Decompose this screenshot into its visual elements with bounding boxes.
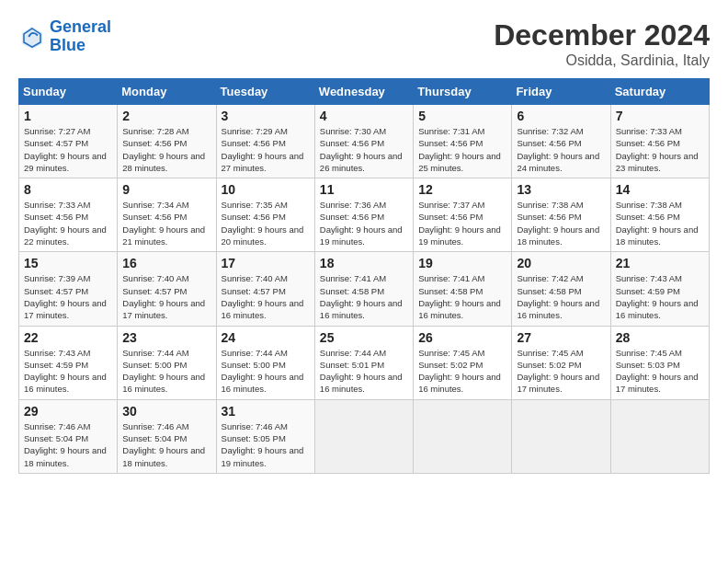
day-info: Sunrise: 7:31 AMSunset: 4:56 PMDaylight:… [418, 125, 506, 174]
day-number: 2 [122, 109, 210, 123]
col-thursday: Thursday [414, 79, 512, 105]
calendar-cell: 21Sunrise: 7:43 AMSunset: 4:59 PMDayligh… [610, 252, 709, 326]
calendar-cell: 4Sunrise: 7:30 AMSunset: 4:56 PMDaylight… [314, 105, 413, 178]
day-number: 23 [122, 330, 210, 345]
calendar-cell: 6Sunrise: 7:32 AMSunset: 4:56 PMDaylight… [512, 105, 610, 178]
calendar-cell: 3Sunrise: 7:29 AMSunset: 4:56 PMDaylight… [216, 105, 314, 178]
calendar-cell [610, 399, 709, 473]
calendar-cell: 7Sunrise: 7:33 AMSunset: 4:56 PMDaylight… [610, 105, 709, 178]
day-number: 5 [418, 109, 506, 123]
day-info: Sunrise: 7:46 AMSunset: 5:05 PMDaylight:… [222, 420, 310, 469]
day-number: 12 [418, 182, 506, 197]
logo-icon [18, 23, 46, 51]
calendar-cell: 22Sunrise: 7:43 AMSunset: 4:59 PMDayligh… [19, 326, 118, 399]
header-row: Sunday Monday Tuesday Wednesday Thursday… [19, 79, 710, 105]
col-wednesday: Wednesday [314, 79, 413, 105]
day-info: Sunrise: 7:44 AMSunset: 5:01 PMDaylight:… [320, 347, 408, 396]
day-number: 24 [222, 330, 310, 345]
calendar-row-4: 22Sunrise: 7:43 AMSunset: 4:59 PMDayligh… [19, 326, 710, 399]
calendar-cell: 13Sunrise: 7:38 AMSunset: 4:56 PMDayligh… [512, 178, 610, 252]
day-number: 1 [24, 109, 112, 123]
calendar-cell: 5Sunrise: 7:31 AMSunset: 4:56 PMDaylight… [414, 105, 512, 178]
calendar-cell: 18Sunrise: 7:41 AMSunset: 4:58 PMDayligh… [314, 252, 413, 326]
day-info: Sunrise: 7:42 AMSunset: 4:58 PMDaylight:… [517, 272, 605, 321]
day-info: Sunrise: 7:44 AMSunset: 5:00 PMDaylight:… [222, 347, 310, 396]
calendar-row-5: 29Sunrise: 7:46 AMSunset: 5:04 PMDayligh… [19, 399, 710, 473]
day-number: 11 [320, 182, 408, 197]
calendar-cell: 10Sunrise: 7:35 AMSunset: 4:56 PMDayligh… [216, 178, 314, 252]
day-number: 7 [616, 109, 704, 123]
day-info: Sunrise: 7:32 AMSunset: 4:56 PMDaylight:… [517, 125, 605, 174]
day-number: 17 [222, 256, 310, 270]
day-info: Sunrise: 7:33 AMSunset: 4:56 PMDaylight:… [24, 199, 112, 247]
day-info: Sunrise: 7:43 AMSunset: 4:59 PMDaylight:… [616, 272, 704, 321]
day-number: 19 [418, 256, 506, 270]
day-info: Sunrise: 7:33 AMSunset: 4:56 PMDaylight:… [616, 125, 704, 174]
day-number: 10 [222, 182, 310, 197]
day-number: 8 [24, 182, 112, 197]
day-number: 28 [616, 330, 704, 345]
day-info: Sunrise: 7:40 AMSunset: 4:57 PMDaylight:… [222, 272, 310, 321]
svg-marker-0 [22, 27, 43, 50]
day-info: Sunrise: 7:45 AMSunset: 5:02 PMDaylight:… [517, 347, 605, 396]
day-info: Sunrise: 7:45 AMSunset: 5:02 PMDaylight:… [418, 347, 506, 396]
calendar-cell: 23Sunrise: 7:44 AMSunset: 5:00 PMDayligh… [118, 326, 216, 399]
day-info: Sunrise: 7:35 AMSunset: 4:56 PMDaylight:… [222, 199, 310, 247]
calendar-cell: 2Sunrise: 7:28 AMSunset: 4:56 PMDaylight… [118, 105, 216, 178]
day-number: 9 [122, 182, 210, 197]
day-info: Sunrise: 7:29 AMSunset: 4:56 PMDaylight:… [222, 125, 310, 174]
calendar-cell: 12Sunrise: 7:37 AMSunset: 4:56 PMDayligh… [414, 178, 512, 252]
day-info: Sunrise: 7:41 AMSunset: 4:58 PMDaylight:… [320, 272, 408, 321]
day-number: 31 [222, 404, 310, 419]
day-number: 16 [122, 256, 210, 270]
calendar-cell: 24Sunrise: 7:44 AMSunset: 5:00 PMDayligh… [216, 326, 314, 399]
calendar-row-1: 1Sunrise: 7:27 AMSunset: 4:57 PMDaylight… [19, 105, 710, 178]
day-info: Sunrise: 7:43 AMSunset: 4:59 PMDaylight:… [24, 347, 112, 396]
day-info: Sunrise: 7:41 AMSunset: 4:58 PMDaylight:… [418, 272, 506, 321]
calendar-cell [512, 399, 610, 473]
calendar-table: Sunday Monday Tuesday Wednesday Thursday… [18, 78, 710, 474]
day-info: Sunrise: 7:38 AMSunset: 4:56 PMDaylight:… [616, 199, 704, 247]
day-info: Sunrise: 7:37 AMSunset: 4:56 PMDaylight:… [418, 199, 506, 247]
calendar-cell: 14Sunrise: 7:38 AMSunset: 4:56 PMDayligh… [610, 178, 709, 252]
day-number: 27 [517, 330, 605, 345]
location: Osidda, Sardinia, Italy [494, 52, 710, 69]
col-friday: Friday [512, 79, 610, 105]
calendar-cell: 29Sunrise: 7:46 AMSunset: 5:04 PMDayligh… [19, 399, 118, 473]
col-tuesday: Tuesday [216, 79, 314, 105]
day-info: Sunrise: 7:30 AMSunset: 4:56 PMDaylight:… [320, 125, 408, 174]
day-number: 14 [616, 182, 704, 197]
calendar-cell: 16Sunrise: 7:40 AMSunset: 4:57 PMDayligh… [118, 252, 216, 326]
day-info: Sunrise: 7:39 AMSunset: 4:57 PMDaylight:… [24, 272, 112, 321]
day-info: Sunrise: 7:40 AMSunset: 4:57 PMDaylight:… [122, 272, 210, 321]
day-info: Sunrise: 7:45 AMSunset: 5:03 PMDaylight:… [616, 347, 704, 396]
day-info: Sunrise: 7:46 AMSunset: 5:04 PMDaylight:… [24, 420, 112, 469]
day-number: 6 [517, 109, 605, 123]
day-number: 22 [24, 330, 112, 345]
calendar-cell: 26Sunrise: 7:45 AMSunset: 5:02 PMDayligh… [414, 326, 512, 399]
month-title: December 2024 [494, 18, 710, 52]
day-number: 3 [222, 109, 310, 123]
calendar-cell: 19Sunrise: 7:41 AMSunset: 4:58 PMDayligh… [414, 252, 512, 326]
day-number: 18 [320, 256, 408, 270]
calendar-cell: 15Sunrise: 7:39 AMSunset: 4:57 PMDayligh… [19, 252, 118, 326]
day-number: 13 [517, 182, 605, 197]
day-number: 26 [418, 330, 506, 345]
day-number: 21 [616, 256, 704, 270]
calendar-cell: 8Sunrise: 7:33 AMSunset: 4:56 PMDaylight… [19, 178, 118, 252]
calendar-cell: 28Sunrise: 7:45 AMSunset: 5:03 PMDayligh… [610, 326, 709, 399]
page-header: General Blue December 2024 Osidda, Sardi… [18, 18, 710, 69]
day-info: Sunrise: 7:28 AMSunset: 4:56 PMDaylight:… [122, 125, 210, 174]
calendar-cell: 25Sunrise: 7:44 AMSunset: 5:01 PMDayligh… [314, 326, 413, 399]
calendar-cell: 1Sunrise: 7:27 AMSunset: 4:57 PMDaylight… [19, 105, 118, 178]
day-number: 30 [122, 404, 210, 419]
day-info: Sunrise: 7:38 AMSunset: 4:56 PMDaylight:… [517, 199, 605, 247]
calendar-cell: 27Sunrise: 7:45 AMSunset: 5:02 PMDayligh… [512, 326, 610, 399]
day-number: 25 [320, 330, 408, 345]
calendar-row-3: 15Sunrise: 7:39 AMSunset: 4:57 PMDayligh… [19, 252, 710, 326]
col-saturday: Saturday [610, 79, 709, 105]
calendar-cell: 20Sunrise: 7:42 AMSunset: 4:58 PMDayligh… [512, 252, 610, 326]
day-info: Sunrise: 7:46 AMSunset: 5:04 PMDaylight:… [122, 420, 210, 469]
calendar-cell: 17Sunrise: 7:40 AMSunset: 4:57 PMDayligh… [216, 252, 314, 326]
day-number: 4 [320, 109, 408, 123]
